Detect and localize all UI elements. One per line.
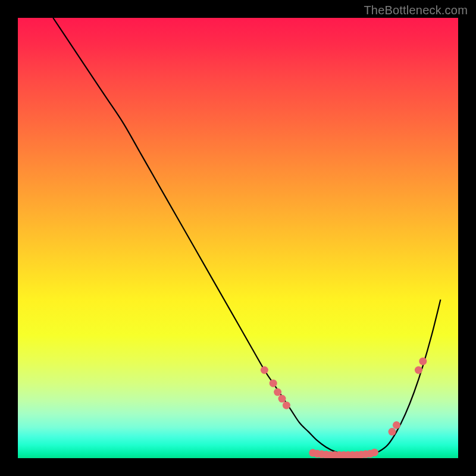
bottleneck-curve <box>53 18 440 456</box>
chart-frame: TheBottleneck.com <box>0 0 476 476</box>
data-point <box>261 367 268 374</box>
data-point <box>270 380 277 387</box>
data-point <box>278 395 286 403</box>
data-point <box>371 449 378 456</box>
data-point <box>283 402 290 409</box>
data-point <box>389 428 396 436</box>
watermark-label: TheBottleneck.com <box>364 4 468 17</box>
data-point <box>393 421 400 429</box>
data-point <box>274 389 281 396</box>
data-point <box>419 358 427 365</box>
data-point <box>415 367 422 374</box>
curve-svg <box>18 18 458 458</box>
plot-area <box>18 18 458 458</box>
data-points <box>261 358 427 458</box>
